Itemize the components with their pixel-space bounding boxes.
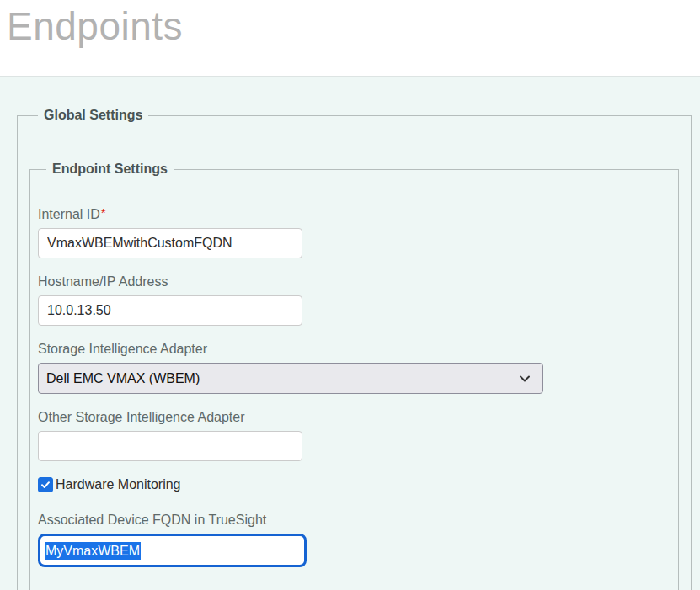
field-hostname: Hostname/IP Address xyxy=(38,274,661,326)
field-associated-fqdn: Associated Device FQDN in TrueSight MyVm… xyxy=(38,513,661,567)
hardware-monitoring-label: Hardware Monitoring xyxy=(56,477,181,492)
associated-fqdn-selected-text: MyVmaxWBEM xyxy=(45,542,141,560)
field-internal-id: Internal ID* xyxy=(38,207,661,258)
content-area: Global Settings Endpoint Settings Intern… xyxy=(0,77,700,590)
internal-id-label: Internal ID* xyxy=(38,207,661,222)
hardware-monitoring-checkbox[interactable] xyxy=(38,477,53,492)
internal-id-input[interactable] xyxy=(38,228,302,258)
other-adapter-label: Other Storage Intelligence Adapter xyxy=(38,410,661,425)
global-settings-legend: Global Settings xyxy=(38,108,148,123)
endpoint-settings-fieldset: Endpoint Settings Internal ID* Hostname/… xyxy=(29,162,679,590)
field-hardware-monitoring: Hardware Monitoring xyxy=(38,477,661,492)
adapter-select[interactable]: Dell EMC VMAX (WBEM) xyxy=(38,363,543,394)
internal-id-label-text: Internal ID xyxy=(38,207,100,221)
hostname-input[interactable] xyxy=(38,295,302,326)
page-header: Endpoints xyxy=(0,0,700,77)
required-asterisk: * xyxy=(101,205,106,220)
field-adapter: Storage Intelligence Adapter Dell EMC VM… xyxy=(38,342,661,394)
endpoint-settings-legend: Endpoint Settings xyxy=(46,162,174,177)
field-other-adapter: Other Storage Intelligence Adapter xyxy=(38,410,661,461)
checkmark-icon xyxy=(40,480,51,490)
page-title: Endpoints xyxy=(7,0,700,52)
global-settings-fieldset: Global Settings Endpoint Settings Intern… xyxy=(17,108,692,590)
other-adapter-input[interactable] xyxy=(38,431,302,461)
hostname-label: Hostname/IP Address xyxy=(38,274,661,290)
associated-fqdn-input[interactable]: MyVmaxWBEM xyxy=(38,534,307,567)
adapter-select-wrap: Dell EMC VMAX (WBEM) xyxy=(38,363,543,394)
associated-fqdn-label: Associated Device FQDN in TrueSight xyxy=(38,513,661,528)
adapter-label: Storage Intelligence Adapter xyxy=(38,342,661,357)
